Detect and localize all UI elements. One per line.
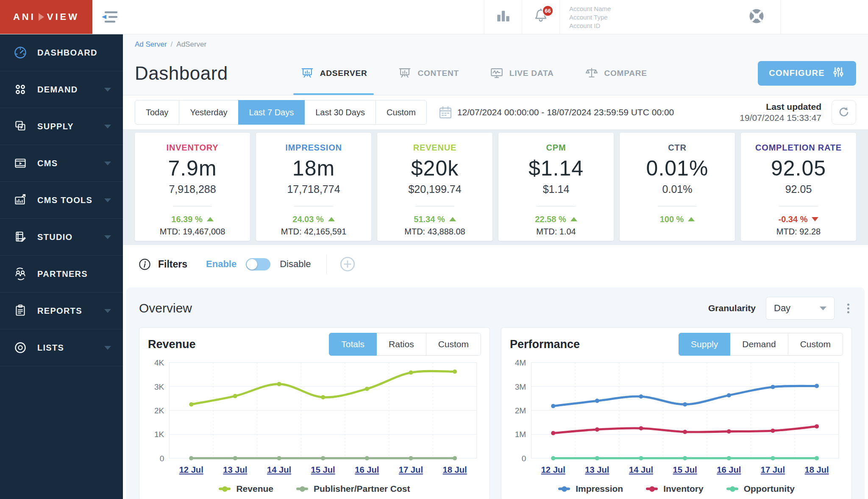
bar-chart-icon [494, 7, 512, 27]
svg-text:3M: 3M [515, 382, 526, 391]
svg-text:13 Jul: 13 Jul [585, 465, 609, 474]
filters-enable-label[interactable]: Enable [206, 259, 236, 270]
refresh-button[interactable] [832, 100, 856, 125]
sidebar-item-label: PARTNERS [37, 269, 111, 279]
date-preset-last-7-days[interactable]: Last 7 Days [238, 100, 305, 125]
granularity-value: Day [774, 303, 790, 314]
sidebar-item-cms-tools[interactable]: CMS TOOLS [0, 182, 123, 219]
date-preset-yesterday[interactable]: Yesterday [179, 100, 238, 125]
analytics-button[interactable] [484, 0, 522, 34]
info-icon[interactable] [138, 258, 151, 271]
help-button[interactable] [741, 0, 772, 34]
divider [779, 206, 818, 206]
chart-mode-custom[interactable]: Custom [426, 333, 481, 356]
filters-toggle[interactable] [246, 258, 270, 270]
calendar-icon[interactable] [438, 105, 453, 120]
legend-label: Inventory [663, 484, 704, 494]
kpi-value: 92.05 [771, 156, 826, 181]
notifications-button[interactable]: 66 [522, 0, 559, 34]
kpi-sub-value: 92.05 [785, 183, 812, 195]
notification-badge: 66 [542, 5, 554, 17]
arrow-down-icon [812, 217, 818, 221]
filters-disable-label[interactable]: Disable [280, 259, 311, 270]
divider [415, 206, 454, 206]
legend-item-revenue[interactable]: Revenue [219, 484, 273, 494]
chart-mode-ratios[interactable]: Ratios [376, 333, 426, 356]
kpi-row: INVENTORY7.9m7,918,28816.39 %MTD: 19,467… [123, 129, 868, 241]
sidebar-item-label: DEMAND [37, 85, 104, 95]
svg-text:17 Jul: 17 Jul [761, 465, 785, 474]
sidebar-item-partners[interactable]: PARTNERS [0, 256, 123, 293]
line-chart: 01K2K3K4K12 Jul13 Jul14 Jul15 Jul16 Jul1… [148, 357, 481, 484]
date-preset-today[interactable]: Today [135, 100, 179, 125]
kpi-card-revenue[interactable]: REVENUE$20k$20,199.7451.34 %MTD: 43,888.… [377, 133, 492, 241]
legend-item-inventory[interactable]: Inventory [646, 484, 704, 494]
add-filter-button[interactable] [339, 255, 356, 273]
legend-item-publisher-partner-cost[interactable]: Publisher/Partner Cost [296, 484, 410, 494]
overview-section: Overview Granularity Day RevenueTotalsRa… [126, 287, 865, 499]
dashboard-tabs: ADSERVERCONTENTLIVE DATACOMPARE [300, 51, 647, 95]
aniview-logo[interactable]: ANIVIEW [0, 0, 92, 34]
kpi-label: REVENUE [413, 143, 456, 153]
legend-marker-icon [726, 488, 738, 490]
sidebar-item-label: CMS [37, 159, 104, 168]
sidebar-item-cms[interactable]: CMS [0, 145, 123, 182]
date-preset-custom[interactable]: Custom [376, 100, 427, 125]
partners-icon [13, 266, 28, 282]
sidebar-nav: DASHBOARD DEMAND SUPPLY CMS CMS TOOLS ST… [0, 34, 123, 366]
tab-adserver[interactable]: ADSERVER [300, 51, 367, 95]
svg-text:13 Jul: 13 Jul [223, 465, 247, 474]
sidebar-item-lists[interactable]: LISTS [0, 329, 123, 366]
supply-icon [13, 119, 28, 134]
life-preserver-icon [746, 6, 767, 28]
kpi-mtd: MTD: 42,165,591 [281, 227, 347, 237]
tab-label: ADSERVER [320, 69, 367, 78]
kpi-card-inventory[interactable]: INVENTORY7.9m7,918,28816.39 %MTD: 19,467… [135, 133, 250, 241]
svg-text:14 Jul: 14 Jul [267, 465, 291, 474]
granularity-select[interactable]: Day [766, 297, 835, 320]
kpi-value: $20k [411, 156, 459, 181]
kpi-card-ctr[interactable]: CTR0.01%0.01%100 % [620, 133, 735, 241]
chevron-down-icon [104, 346, 111, 350]
sidebar-item-dashboard[interactable]: DASHBOARD [0, 34, 123, 71]
date-range-text[interactable]: 12/07/2024 00:00:00 - 18/07/2024 23:59:5… [457, 107, 674, 117]
tab-compare[interactable]: COMPARE [584, 51, 647, 95]
kpi-change-value: 100 % [660, 215, 684, 224]
svg-text:2M: 2M [515, 406, 526, 415]
chart-mode-demand[interactable]: Demand [730, 333, 788, 356]
kpi-label: IMPRESSION [285, 143, 342, 153]
target-icon [13, 340, 28, 355]
kpi-value: 7.9m [168, 156, 217, 181]
kpi-card-completion-rate[interactable]: COMPLETION RATE92.0592.05-0.34 %MTD: 92.… [741, 133, 856, 241]
kpi-card-cpm[interactable]: CPM$1.14$1.1422.58 %MTD: 1.04 [498, 133, 614, 241]
svg-text:15 Jul: 15 Jul [673, 465, 697, 474]
kpi-card-impression[interactable]: IMPRESSION18m17,718,77424.03 %MTD: 42,16… [256, 133, 371, 241]
chart-mode-custom[interactable]: Custom [788, 333, 843, 356]
sidebar-item-demand[interactable]: DEMAND [0, 71, 123, 108]
sidebar-item-reports[interactable]: REPORTS [0, 293, 123, 329]
kebab-menu-icon[interactable] [845, 301, 852, 316]
configure-button[interactable]: CONFIGURE [758, 61, 856, 86]
play-icon [39, 13, 44, 21]
legend-item-opportunity[interactable]: Opportunity [726, 484, 795, 494]
chevron-down-icon [104, 162, 111, 165]
chart-tools-icon [13, 192, 28, 208]
chart-mode-totals[interactable]: Totals [329, 333, 377, 356]
breadcrumb-link[interactable]: Ad Server [135, 40, 167, 48]
chevron-down-icon [104, 198, 111, 202]
svg-text:1M: 1M [515, 430, 526, 439]
tab-content[interactable]: CONTENT [398, 51, 459, 95]
legend-item-impression[interactable]: Impression [558, 484, 623, 494]
sidebar-item-studio[interactable]: STUDIO [0, 219, 123, 256]
breadcrumb-current: AdServer [176, 40, 206, 48]
kpi-change: 100 % [660, 215, 695, 224]
account-info[interactable]: Account Name Account Type Account ID [560, 0, 661, 34]
chart-title: Performance [510, 338, 580, 351]
sidebar-collapse-icon[interactable] [100, 10, 120, 24]
date-preset-last-30-days[interactable]: Last 30 Days [304, 100, 376, 125]
svg-text:16 Jul: 16 Jul [355, 465, 379, 474]
svg-text:17 Jul: 17 Jul [399, 465, 423, 474]
sidebar-item-supply[interactable]: SUPPLY [0, 108, 123, 145]
tab-live-data[interactable]: LIVE DATA [490, 51, 554, 95]
chart-mode-supply[interactable]: Supply [679, 333, 730, 356]
